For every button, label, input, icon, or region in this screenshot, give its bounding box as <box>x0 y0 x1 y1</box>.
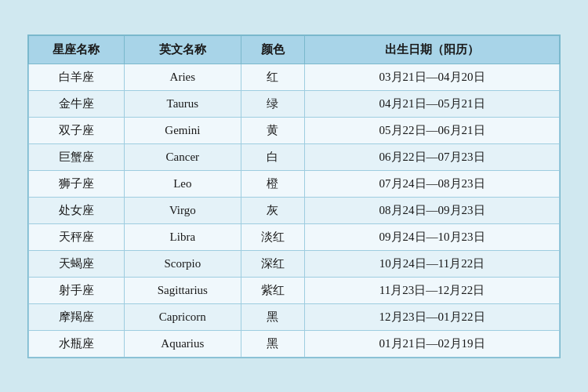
cell-zh: 天秤座 <box>29 223 125 250</box>
cell-zh: 白羊座 <box>29 64 125 90</box>
cell-color: 黄 <box>241 117 304 143</box>
cell-en: Cancer <box>124 143 241 170</box>
table-row: 摩羯座Capricorn黑12月23日—01月22日 <box>29 303 560 330</box>
table-row: 处女座Virgo灰08月24日—09月23日 <box>29 197 560 223</box>
cell-date: 04月21日—05月21日 <box>305 90 560 117</box>
table-row: 天蝎座Scorpio深红10月24日—11月22日 <box>29 250 560 277</box>
table-row: 双子座Gemini黄05月22日—06月21日 <box>29 117 560 143</box>
cell-date: 11月23日—12月22日 <box>305 277 560 303</box>
cell-date: 09月24日—10月23日 <box>305 223 560 250</box>
cell-en: Virgo <box>124 197 241 223</box>
cell-en: Leo <box>124 170 241 197</box>
cell-zh: 双子座 <box>29 117 125 143</box>
table-row: 白羊座Aries红03月21日—04月20日 <box>29 64 560 90</box>
cell-date: 10月24日—11月22日 <box>305 250 560 277</box>
cell-date: 03月21日—04月20日 <box>305 64 560 90</box>
cell-color: 黑 <box>241 303 304 330</box>
cell-color: 紫红 <box>241 277 304 303</box>
table-row: 巨蟹座Cancer白06月22日—07月23日 <box>29 143 560 170</box>
header-en: 英文名称 <box>124 35 241 64</box>
cell-en: Aquarius <box>124 330 241 357</box>
cell-en: Scorpio <box>124 250 241 277</box>
cell-date: 05月22日—06月21日 <box>305 117 560 143</box>
cell-en: Aries <box>124 64 241 90</box>
cell-color: 绿 <box>241 90 304 117</box>
table-row: 天秤座Libra淡红09月24日—10月23日 <box>29 223 560 250</box>
cell-zh: 金牛座 <box>29 90 125 117</box>
cell-date: 06月22日—07月23日 <box>305 143 560 170</box>
header-color: 颜色 <box>241 35 304 64</box>
cell-en: Capricorn <box>124 303 241 330</box>
cell-color: 黑 <box>241 330 304 357</box>
cell-zh: 处女座 <box>29 197 125 223</box>
table-header-row: 星座名称 英文名称 颜色 出生日期（阳历） <box>29 35 560 64</box>
cell-color: 灰 <box>241 197 304 223</box>
cell-color: 红 <box>241 64 304 90</box>
cell-zh: 水瓶座 <box>29 330 125 357</box>
cell-color: 白 <box>241 143 304 170</box>
zodiac-table: 星座名称 英文名称 颜色 出生日期（阳历） 白羊座Aries红03月21日—04… <box>28 35 560 358</box>
table-row: 狮子座Leo橙07月24日—08月23日 <box>29 170 560 197</box>
header-date: 出生日期（阳历） <box>305 35 560 64</box>
cell-zh: 狮子座 <box>29 170 125 197</box>
cell-en: Libra <box>124 223 241 250</box>
cell-en: Taurus <box>124 90 241 117</box>
table-row: 射手座Sagittarius紫红11月23日—12月22日 <box>29 277 560 303</box>
cell-zh: 摩羯座 <box>29 303 125 330</box>
cell-color: 橙 <box>241 170 304 197</box>
header-zh: 星座名称 <box>29 35 125 64</box>
cell-zh: 天蝎座 <box>29 250 125 277</box>
cell-zh: 射手座 <box>29 277 125 303</box>
cell-color: 淡红 <box>241 223 304 250</box>
table-row: 金牛座Taurus绿04月21日—05月21日 <box>29 90 560 117</box>
cell-color: 深红 <box>241 250 304 277</box>
cell-en: Gemini <box>124 117 241 143</box>
table-row: 水瓶座Aquarius黑01月21日—02月19日 <box>29 330 560 357</box>
cell-date: 07月24日—08月23日 <box>305 170 560 197</box>
cell-date: 12月23日—01月22日 <box>305 303 560 330</box>
cell-date: 01月21日—02月19日 <box>305 330 560 357</box>
zodiac-table-wrapper: 星座名称 英文名称 颜色 出生日期（阳历） 白羊座Aries红03月21日—04… <box>27 34 561 358</box>
cell-en: Sagittarius <box>124 277 241 303</box>
cell-date: 08月24日—09月23日 <box>305 197 560 223</box>
cell-zh: 巨蟹座 <box>29 143 125 170</box>
